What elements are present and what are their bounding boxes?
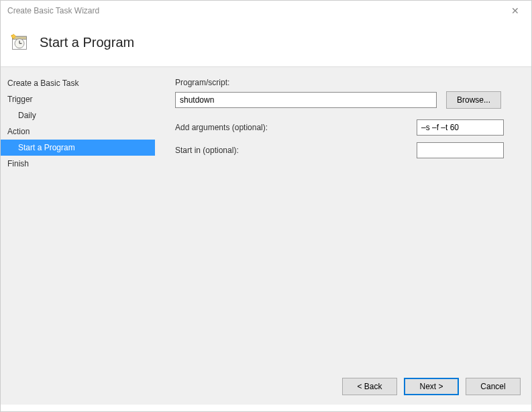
window-title: Create Basic Task Wizard xyxy=(7,6,99,15)
browse-button[interactable]: Browse... xyxy=(446,91,501,109)
content-area: Create a Basic Task Trigger Daily Action… xyxy=(1,66,531,368)
startin-input[interactable] xyxy=(417,142,504,158)
sidebar-item-daily[interactable]: Daily xyxy=(1,107,155,123)
arguments-row: Add arguments (optional): xyxy=(175,119,504,136)
page-title: Start a Program xyxy=(40,35,134,50)
calendar-clock-icon xyxy=(10,33,29,52)
sidebar-item-start-program[interactable]: Start a Program xyxy=(1,140,155,156)
wizard-sidebar: Create a Basic Task Trigger Daily Action… xyxy=(1,67,155,368)
cancel-button[interactable]: Cancel xyxy=(466,378,521,395)
back-button[interactable]: < Back xyxy=(342,378,397,395)
close-button[interactable]: ✕ xyxy=(502,1,529,20)
main-panel: Program/script: Browse... Add arguments … xyxy=(155,67,531,368)
sidebar-item-finish[interactable]: Finish xyxy=(1,156,155,172)
startin-label: Start in (optional): xyxy=(175,146,239,155)
sidebar-item-create-basic-task[interactable]: Create a Basic Task xyxy=(1,75,155,91)
wizard-footer: < Back Next > Cancel xyxy=(1,368,531,405)
next-button[interactable]: Next > xyxy=(404,378,459,395)
close-icon: ✕ xyxy=(511,5,519,16)
sidebar-item-action[interactable]: Action xyxy=(1,123,155,140)
program-script-label: Program/script: xyxy=(175,78,521,87)
startin-row: Start in (optional): xyxy=(175,142,504,158)
program-row: Browse... xyxy=(175,91,521,109)
arguments-label: Add arguments (optional): xyxy=(175,123,268,132)
titlebar: Create Basic Task Wizard ✕ xyxy=(1,1,531,21)
arguments-input[interactable] xyxy=(417,119,504,136)
sidebar-item-trigger[interactable]: Trigger xyxy=(1,91,155,107)
program-script-input[interactable] xyxy=(175,92,437,108)
wizard-header: Start a Program xyxy=(1,21,531,66)
